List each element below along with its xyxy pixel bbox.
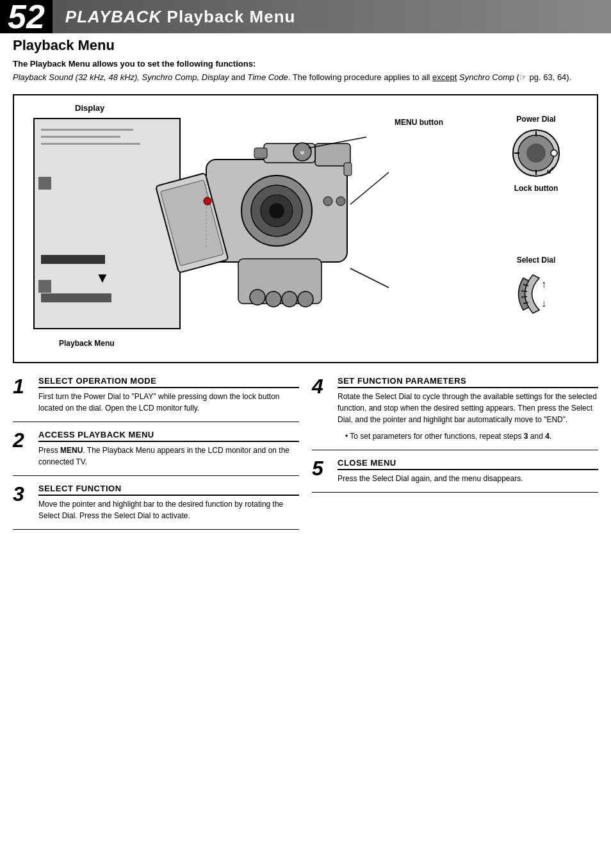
step-2-number: 2 xyxy=(13,430,32,450)
step-2: 2 ACCESS PLAYBACK MENU Press MENU. The P… xyxy=(13,430,299,476)
header-title-italic: PLAYBACK xyxy=(65,7,162,26)
camcorder-svg: M xyxy=(155,108,424,345)
screen-icon xyxy=(38,177,51,190)
display-label: Display xyxy=(75,103,104,113)
header-title-bar: PLAYBACK Playback Menu xyxy=(53,0,611,33)
intro-italic2: Time Code xyxy=(247,72,288,82)
highlight-bar2 xyxy=(41,293,111,302)
step-5-content: CLOSE MENU Press the Select Dial again, … xyxy=(338,458,598,484)
svg-text:M: M xyxy=(300,151,304,155)
step-1-title: SELECT OPERATION MODE xyxy=(38,376,299,388)
steps-right: 4 SET FUNCTION PARAMETERS Rotate the Sel… xyxy=(312,376,598,537)
diagram-box: Display ▼ xyxy=(13,94,598,363)
power-dial-area: Power Dial ↙ xyxy=(485,115,587,193)
select-dial-graphic: ↑ ↓ xyxy=(510,268,562,320)
page-content: Playback Menu The Playback Menu allows y… xyxy=(0,37,611,550)
step-2-title: ACCESS PLAYBACK MENU xyxy=(38,430,299,442)
power-dial-graphic: ↙ xyxy=(510,127,562,179)
step-4-title: SET FUNCTION PARAMETERS xyxy=(338,376,598,388)
step-4: 4 SET FUNCTION PARAMETERS Rotate the Sel… xyxy=(312,376,598,450)
svg-point-15 xyxy=(336,197,345,206)
step-4-bullet: To set parameters for other functions, r… xyxy=(338,430,598,442)
svg-point-27 xyxy=(526,143,546,163)
lock-button-label: Lock button xyxy=(485,184,587,193)
svg-line-35 xyxy=(521,291,527,291)
menu-button-label: MENU button xyxy=(395,118,443,127)
svg-point-32 xyxy=(551,150,557,156)
step-3-content: SELECT FUNCTION Move the pointer and hig… xyxy=(38,484,299,521)
select-dial-area: Select Dial ↑ ↓ xyxy=(485,256,587,320)
step-3-title: SELECT FUNCTION xyxy=(38,484,299,496)
svg-rect-23 xyxy=(344,163,352,176)
step-4-content: SET FUNCTION PARAMETERS Rotate the Selec… xyxy=(338,376,598,442)
step-1-text: First turn the Power Dial to "PLAY" whil… xyxy=(38,391,299,414)
step-1-content: SELECT OPERATION MODE First turn the Pow… xyxy=(38,376,299,414)
svg-line-22 xyxy=(350,268,389,288)
svg-point-13 xyxy=(204,197,211,205)
step-5-text: Press the Select Dial again, and the men… xyxy=(338,473,598,484)
intro-text: Playback Sound (32 kHz, 48 kHz), Synchro… xyxy=(13,71,598,84)
svg-point-17 xyxy=(266,291,281,307)
svg-text:↑: ↑ xyxy=(541,279,546,290)
step-4-number: 4 xyxy=(312,376,331,397)
highlight-bar xyxy=(41,255,105,264)
step-1: 1 SELECT OPERATION MODE First turn the P… xyxy=(13,376,299,422)
step-5: 5 CLOSE MENU Press the Select Dial again… xyxy=(312,458,598,493)
intro-bold: The Playback Menu allows you to set the … xyxy=(13,59,598,69)
svg-point-14 xyxy=(323,197,332,206)
svg-point-4 xyxy=(269,203,284,218)
svg-line-21 xyxy=(350,172,389,204)
steps-section: 1 SELECT OPERATION MODE First turn the P… xyxy=(13,376,598,537)
step-4-text: Rotate the Select Dial to cycle through … xyxy=(338,391,598,425)
svg-line-36 xyxy=(521,297,527,297)
header-title: PLAYBACK Playback Menu xyxy=(65,7,296,27)
step-1-number: 1 xyxy=(13,376,32,397)
svg-text:↓: ↓ xyxy=(541,298,546,309)
arrow-down-icon: ▼ xyxy=(95,270,110,286)
svg-text:↙: ↙ xyxy=(546,163,555,176)
intro-underline: except xyxy=(432,72,457,82)
step-3-number: 3 xyxy=(13,484,32,504)
step-5-number: 5 xyxy=(312,458,331,479)
playback-menu-label: Playback Menu xyxy=(59,339,115,348)
step-3: 3 SELECT FUNCTION Move the pointer and h… xyxy=(13,484,299,530)
page-title: Playback Menu xyxy=(13,37,598,54)
step-3-text: Move the pointer and highlight bar to th… xyxy=(38,498,299,521)
svg-point-19 xyxy=(298,291,313,307)
step-2-text: Press MENU. The Playback Menu appears in… xyxy=(38,445,299,468)
intro-italic3: Synchro Comp xyxy=(459,72,514,82)
intro-italic1: Playback Sound (32 kHz, 48 kHz), Synchro… xyxy=(13,72,229,82)
power-dial-label: Power Dial xyxy=(485,115,587,124)
svg-point-16 xyxy=(250,290,265,305)
page-header: 52 PLAYBACK Playback Menu xyxy=(0,0,611,33)
camcorder-illustration: M xyxy=(155,108,424,345)
select-dial-label: Select Dial xyxy=(485,256,587,265)
header-title-normal: Playback Menu xyxy=(161,7,295,26)
steps-left: 1 SELECT OPERATION MODE First turn the P… xyxy=(13,376,299,537)
step-2-content: ACCESS PLAYBACK MENU Press MENU. The Pla… xyxy=(38,430,299,468)
svg-point-18 xyxy=(282,291,297,307)
screen-icon2 xyxy=(38,280,51,293)
step-5-title: CLOSE MENU xyxy=(338,458,598,470)
page-number: 52 xyxy=(0,0,53,33)
svg-rect-10 xyxy=(254,148,267,158)
